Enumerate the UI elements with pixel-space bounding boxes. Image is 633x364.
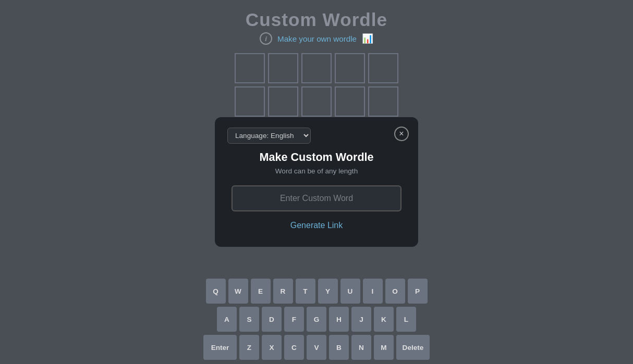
generate-link-button[interactable]: Generate Link bbox=[290, 221, 343, 230]
language-select[interactable]: Language: English Language: Spanish Lang… bbox=[227, 128, 311, 144]
modal-title: Make Custom Wordle bbox=[259, 150, 373, 164]
modal-close-button[interactable]: × bbox=[394, 127, 409, 141]
custom-word-input[interactable] bbox=[232, 185, 401, 211]
modal-overlay: Language: English Language: Spanish Lang… bbox=[0, 0, 633, 364]
modal: Language: English Language: Spanish Lang… bbox=[215, 117, 418, 247]
modal-subtitle: Word can be of any length bbox=[275, 167, 358, 175]
